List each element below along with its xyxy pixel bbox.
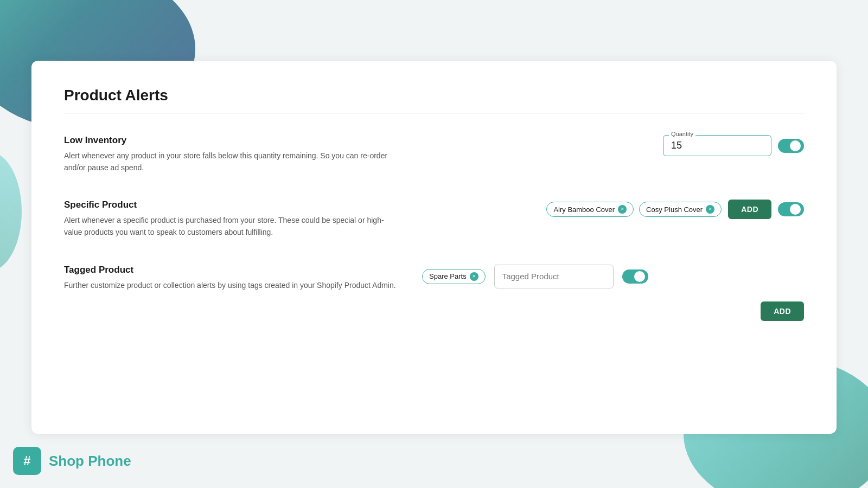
main-card: Product Alerts Low Inventory Alert whene… — [31, 61, 837, 434]
quantity-input[interactable] — [671, 140, 763, 151]
tagged-product-section: Tagged Product Further customize product… — [64, 265, 804, 321]
specific-product-controls: Airy Bamboo Cover × Cosy Plush Cover × A… — [422, 200, 804, 219]
title-divider — [64, 113, 804, 113]
low-inventory-desc: Alert whenever any product in your store… — [64, 150, 400, 174]
bottom-bar: # Shop Phone — [0, 434, 868, 488]
specific-product-tags: Airy Bamboo Cover × Cosy Plush Cover × — [546, 202, 722, 217]
tag-airy-bamboo-label: Airy Bamboo Cover — [553, 206, 615, 214]
bg-decoration-left-mid — [0, 152, 22, 271]
tagged-product-toggle[interactable] — [622, 269, 648, 284]
tagged-product-info: Tagged Product Further customize product… — [64, 265, 400, 292]
low-inventory-section: Low Inventory Alert whenever any product… — [64, 135, 804, 174]
specific-product-info: Specific Product Alert whenever a specif… — [64, 200, 400, 238]
low-inventory-toggle[interactable] — [778, 139, 804, 153]
tag-cosy-plush-label: Cosy Plush Cover — [646, 206, 703, 214]
low-inventory-info: Low Inventory Alert whenever any product… — [64, 135, 400, 174]
tag-spare-parts-label: Spare Parts — [429, 272, 467, 280]
tagged-product-controls: Spare Parts × ADD — [422, 265, 804, 321]
tagged-product-toggle-slider — [622, 269, 648, 284]
low-inventory-toggle-slider — [778, 139, 804, 153]
specific-product-desc: Alert whenever a specific product is pur… — [64, 215, 400, 238]
brand-logo: # Shop Phone — [13, 447, 131, 475]
tagged-product-tags: Spare Parts × — [422, 269, 486, 284]
quantity-field: Quantity — [663, 135, 771, 156]
specific-product-title: Specific Product — [64, 200, 400, 210]
tagged-product-input[interactable] — [502, 272, 605, 281]
quantity-label: Quantity — [669, 131, 695, 137]
low-inventory-controls: Quantity — [422, 135, 804, 156]
specific-product-add-button[interactable]: ADD — [728, 200, 771, 219]
tag-airy-bamboo-remove[interactable]: × — [618, 205, 627, 214]
tag-airy-bamboo: Airy Bamboo Cover × — [546, 202, 634, 217]
tagged-product-desc: Further customize product or collection … — [64, 280, 400, 292]
tag-cosy-plush-remove[interactable]: × — [706, 205, 714, 214]
specific-product-toggle[interactable] — [778, 202, 804, 216]
low-inventory-title: Low Inventory — [64, 135, 400, 146]
brand-icon: # — [13, 447, 41, 475]
tagged-product-add-button[interactable]: ADD — [761, 301, 804, 321]
tag-spare-parts-remove[interactable]: × — [470, 272, 478, 281]
page-title: Product Alerts — [64, 87, 804, 104]
tag-spare-parts: Spare Parts × — [422, 269, 486, 284]
tagged-product-title: Tagged Product — [64, 265, 400, 275]
specific-product-section: Specific Product Alert whenever a specif… — [64, 200, 804, 238]
tagged-product-bottom-row: ADD — [422, 301, 804, 321]
tagged-product-input-wrapper — [494, 265, 614, 288]
specific-product-toggle-slider — [778, 202, 804, 216]
tag-cosy-plush: Cosy Plush Cover × — [639, 202, 722, 217]
brand-name: Shop Phone — [49, 453, 131, 470]
tagged-product-top-row: Spare Parts × — [422, 265, 648, 288]
